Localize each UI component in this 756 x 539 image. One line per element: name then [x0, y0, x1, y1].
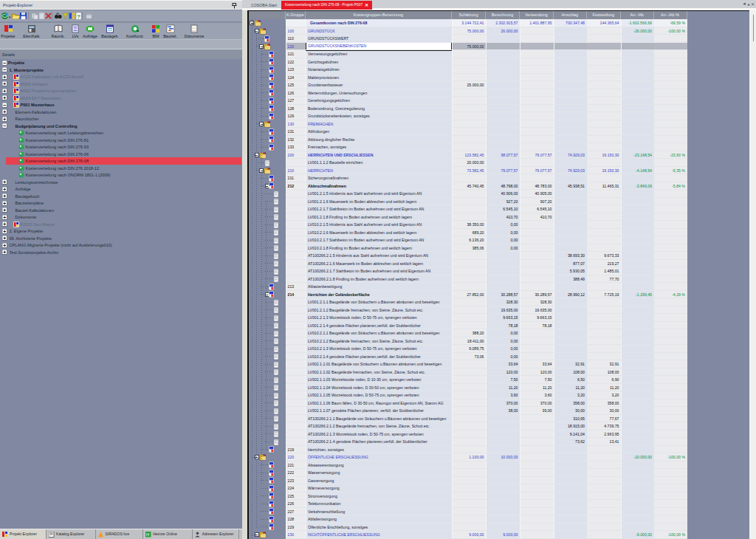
- svg-text:?: ?: [77, 13, 80, 20]
- svg-text:H: H: [146, 532, 149, 537]
